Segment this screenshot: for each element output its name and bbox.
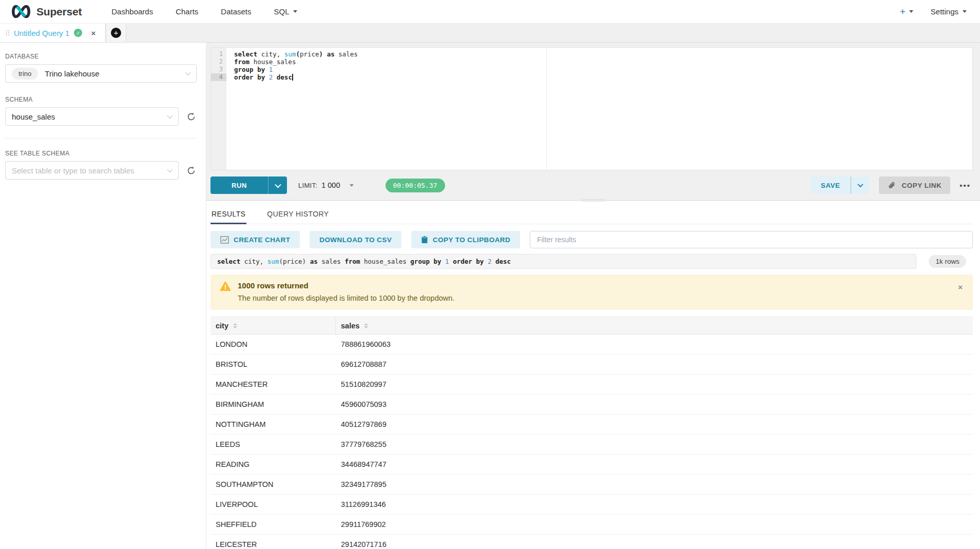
save-button[interactable]: SAVE (810, 177, 851, 194)
create-chart-label: CREATE CHART (234, 236, 290, 244)
cell-sales: 40512797869 (336, 420, 973, 428)
table-row[interactable]: SOUTHAMPTON32349177895 (210, 475, 973, 495)
code-line[interactable]: from house_sales (234, 58, 972, 66)
cell-sales: 788861960063 (336, 340, 973, 348)
schema-label: SCHEMA (5, 96, 197, 103)
query-timer-badge: 00:00:05.37 (386, 179, 445, 192)
cell-sales: 32349177895 (336, 480, 973, 488)
editor-code[interactable]: select city, sum(price) as salesfrom hou… (226, 48, 972, 170)
nav-item-sql[interactable]: SQL (263, 7, 309, 16)
nav-item-sql-label: SQL (274, 7, 290, 16)
line-number: 1 (211, 50, 226, 58)
chevron-down-icon (350, 184, 354, 187)
refresh-schemas-button[interactable] (185, 111, 197, 122)
column-header-city[interactable]: city (210, 317, 336, 334)
tab-untitled-query-1[interactable]: Untitled Query 1 ✓ × (0, 24, 106, 42)
filter-results-input[interactable] (530, 231, 973, 248)
cell-city: LIVERPOOL (210, 500, 336, 508)
code-line[interactable]: select city, sum(price) as sales (234, 50, 972, 58)
schema-select[interactable]: house_sales (5, 107, 179, 126)
sort-icon[interactable] (364, 323, 368, 328)
column-header-city-label: city (216, 322, 228, 330)
settings-menu[interactable]: Settings (931, 7, 970, 16)
cell-sales: 34468947747 (336, 460, 973, 468)
pane-resize-divider[interactable] (206, 200, 980, 201)
see-table-schema-label: SEE TABLE SCHEMA (5, 150, 197, 157)
sort-icon[interactable] (233, 323, 237, 328)
chevron-down-icon (963, 10, 967, 13)
nav-item-datasets[interactable]: Datasets (209, 7, 262, 16)
row-count-badge: 1k rows (929, 255, 966, 268)
table-row[interactable]: MANCHESTER51510820997 (210, 375, 973, 395)
drag-handle-icon[interactable] (582, 198, 605, 203)
table-row[interactable]: SHEFFIELD29911769902 (210, 515, 973, 535)
results-pane: RESULTS QUERY HISTORY CREATE CHART DOWNL… (206, 201, 980, 549)
copy-link-button[interactable]: COPY LINK (879, 177, 950, 194)
download-csv-button[interactable]: DOWNLOAD TO CSV (310, 231, 401, 248)
line-number: 3 (211, 66, 226, 73)
copy-link-label: COPY LINK (901, 182, 941, 189)
sql-lab-sidebar: DATABASE trino Trino lakehouse SCHEMA ho… (0, 43, 206, 549)
column-header-sales-label: sales (341, 322, 359, 330)
table-row[interactable]: BRISTOL69612708887 (210, 355, 973, 375)
sql-lab-app: Superset Dashboards Charts Datasets SQL … (0, 0, 980, 549)
results-actions: CREATE CHART DOWNLOAD TO CSV COPY TO CLI… (210, 231, 973, 248)
line-number: 4 (211, 73, 226, 81)
cell-city: NOTTINGHAM (210, 420, 336, 428)
code-line[interactable]: group by 1 (234, 66, 972, 73)
superset-logo-icon (10, 5, 32, 18)
table-row[interactable]: NOTTINGHAM40512797869 (210, 415, 973, 435)
tab-label: Untitled Query 1 (14, 29, 69, 37)
code-line[interactable]: order by 2 desc (234, 73, 972, 81)
cell-sales: 69612708887 (336, 360, 973, 368)
settings-label: Settings (931, 7, 958, 16)
cell-sales: 29142071716 (336, 540, 973, 548)
database-select[interactable]: trino Trino lakehouse (5, 64, 197, 83)
table-row[interactable]: READING34468947747 (210, 455, 973, 475)
cell-sales: 51510820997 (336, 380, 973, 388)
limit-dropdown[interactable]: LIMIT: 1 000 (298, 181, 354, 189)
run-dropdown-button[interactable] (268, 177, 287, 194)
plus-circle-icon: + (111, 28, 121, 38)
refresh-tables-button[interactable] (185, 165, 197, 176)
table-select-placeholder: Select table or type to search tables (12, 166, 134, 175)
alert-close-button[interactable]: × (958, 283, 963, 291)
chevron-down-icon (857, 182, 863, 187)
editor-toolbar: RUN LIMIT: 1 000 00:00:05.37 SAVE (210, 177, 973, 194)
nav-right: + Settings (900, 7, 970, 16)
save-dropdown-button[interactable] (851, 177, 869, 194)
query-tabbar: Untitled Query 1 ✓ × + (0, 24, 980, 43)
table-row[interactable]: LEICESTER29142071716 (210, 535, 973, 549)
new-item-button[interactable]: + (900, 7, 913, 16)
chevron-down-icon (275, 181, 281, 188)
create-chart-button[interactable]: CREATE CHART (210, 231, 300, 248)
cell-city: MANCHESTER (210, 380, 336, 388)
tab-query-history[interactable]: QUERY HISTORY (266, 208, 330, 224)
brand-name: Superset (36, 6, 82, 18)
cell-sales: 37779768255 (336, 440, 973, 448)
nav-item-dashboards[interactable]: Dashboards (100, 7, 164, 16)
cell-city: LEEDS (210, 440, 336, 448)
column-header-sales[interactable]: sales (336, 317, 973, 334)
drag-grip-icon[interactable] (6, 30, 9, 35)
tab-results[interactable]: RESULTS (210, 208, 246, 224)
add-tab-button[interactable]: + (106, 24, 126, 42)
sql-code-editor[interactable]: 1234 select city, sum(price) as salesfro… (210, 47, 973, 170)
chevron-down-icon (167, 167, 172, 172)
table-row[interactable]: LEEDS37779768255 (210, 435, 973, 455)
table-select[interactable]: Select table or type to search tables (5, 161, 179, 180)
print-margin-line (546, 48, 547, 170)
run-button-group: RUN (210, 177, 287, 194)
line-chart-icon (220, 236, 229, 244)
table-row[interactable]: LONDON788861960063 (210, 335, 973, 355)
table-row[interactable]: BIRMINGHAM45960075093 (210, 395, 973, 415)
table-row[interactable]: LIVERPOOL31126991346 (210, 495, 973, 515)
nav-item-charts[interactable]: Charts (164, 7, 209, 16)
run-button[interactable]: RUN (210, 177, 268, 194)
tab-close-button[interactable]: × (91, 29, 95, 37)
query-success-check-icon: ✓ (74, 29, 82, 37)
superset-brand[interactable]: Superset (10, 5, 82, 18)
warning-icon (220, 281, 231, 302)
more-actions-button[interactable]: ••• (957, 181, 973, 190)
copy-to-clipboard-button[interactable]: COPY TO CLIPBOARD (411, 231, 520, 248)
